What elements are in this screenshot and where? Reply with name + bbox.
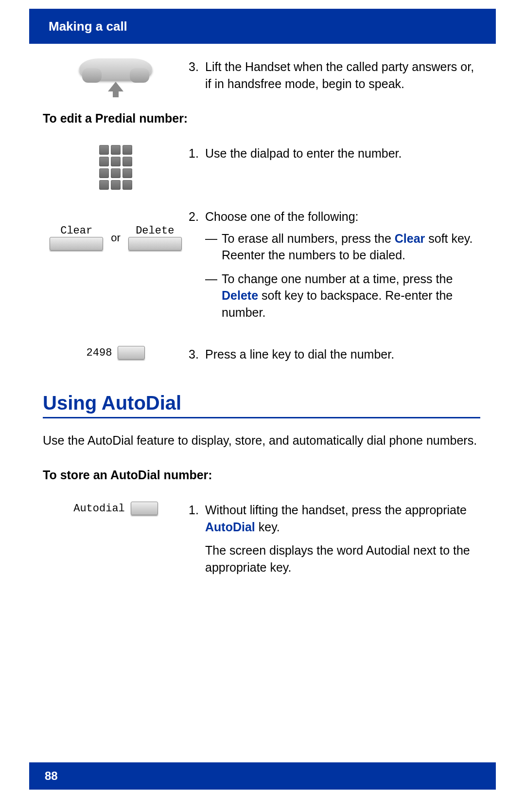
text: To change one number at a time, press th…	[222, 272, 453, 286]
line-key-icon	[118, 346, 145, 360]
step-row: 3. Lift the Handset when the called part…	[43, 58, 480, 92]
icon-col: 2498	[43, 346, 189, 360]
autodial-key-group: Autodial	[73, 502, 158, 515]
dash-mark: —	[205, 271, 222, 321]
icon-col: Clear or Delete	[43, 208, 189, 251]
dash-body: To change one number at a time, press th…	[222, 271, 480, 321]
list-number: 1.	[189, 502, 205, 576]
dash-body: To erase all numbers, press the Clear so…	[222, 230, 480, 264]
or-label: or	[111, 232, 121, 244]
dash-item: — To change one number at a time, press …	[205, 271, 480, 321]
list-number: 3.	[189, 58, 205, 92]
text: key.	[255, 520, 280, 534]
step-row: Autodial 1. Without lifting the handset,…	[43, 502, 480, 576]
list-body: Lift the Handset when the called party a…	[205, 58, 480, 92]
step-row: Clear or Delete 2. Choose one of the fol…	[43, 208, 480, 327]
list-body: Use the dialpad to enter the number.	[205, 145, 480, 162]
autodial-term: AutoDial	[205, 520, 255, 534]
icon-col	[43, 145, 189, 190]
handset-icon	[79, 58, 152, 80]
lift-handset-icon	[79, 58, 152, 91]
softkey-button-icon	[50, 237, 103, 251]
step-row: 2498 3. Press a line key to dial the num…	[43, 346, 480, 363]
icon-col	[43, 58, 189, 91]
text: To erase all numbers, press the	[222, 232, 395, 245]
page-content: 3. Lift the Handset when the called part…	[43, 58, 480, 594]
delete-term: Delete	[222, 289, 258, 302]
clear-term: Clear	[395, 232, 425, 245]
page-number: 88	[45, 769, 58, 783]
step-row: 1. Use the dialpad to enter the number.	[43, 145, 480, 190]
step-text: 1. Without lifting the handset, press th…	[189, 502, 480, 576]
list-number: 1.	[189, 145, 205, 162]
follow-text: The screen displays the word Autodial ne…	[205, 543, 470, 574]
predial-heading: To edit a Predial number:	[43, 111, 480, 126]
line-key-group: 2498	[87, 346, 145, 360]
list-body: Press a line key to dial the number.	[205, 346, 480, 363]
step-text: 1. Use the dialpad to enter the number.	[189, 145, 480, 162]
step-text: 2. Choose one of the following: — To era…	[189, 208, 480, 327]
section-title: Using AutoDial	[43, 392, 480, 414]
delete-softkey: Delete	[128, 225, 182, 251]
text: Without lifting the handset, press the a…	[205, 503, 467, 517]
softkey-group: Clear or Delete	[50, 225, 182, 251]
lead-text: Choose one of the following:	[205, 210, 359, 223]
dash-item: — To erase all numbers, press the Clear …	[205, 230, 480, 264]
line-key-icon	[131, 502, 158, 515]
up-arrow-icon	[108, 82, 123, 91]
page-footer: 88	[29, 762, 496, 790]
line-number-label: 2498	[87, 347, 112, 359]
clear-softkey: Clear	[50, 225, 103, 251]
list-body: Choose one of the following: — To erase …	[205, 208, 480, 327]
step-text: 3. Lift the Handset when the called part…	[189, 58, 480, 92]
list-body: Without lifting the handset, press the a…	[205, 502, 480, 576]
section-rule	[43, 417, 480, 418]
icon-col: Autodial	[43, 502, 189, 515]
dash-list: — To erase all numbers, press the Clear …	[205, 230, 480, 321]
softkey-button-icon	[128, 237, 182, 251]
header-title: Making a call	[49, 19, 127, 34]
clear-label: Clear	[60, 225, 92, 237]
autodial-heading: To store an AutoDial number:	[43, 468, 480, 482]
delete-label: Delete	[136, 225, 174, 237]
autodial-label: Autodial	[73, 503, 125, 515]
page-header: Making a call	[29, 9, 496, 44]
step-text: 3. Press a line key to dial the number.	[189, 346, 480, 363]
list-number: 3.	[189, 346, 205, 363]
list-number: 2.	[189, 208, 205, 327]
autodial-intro: Use the AutoDial feature to display, sto…	[43, 432, 480, 449]
dialpad-icon	[99, 145, 132, 190]
dash-mark: —	[205, 230, 222, 264]
